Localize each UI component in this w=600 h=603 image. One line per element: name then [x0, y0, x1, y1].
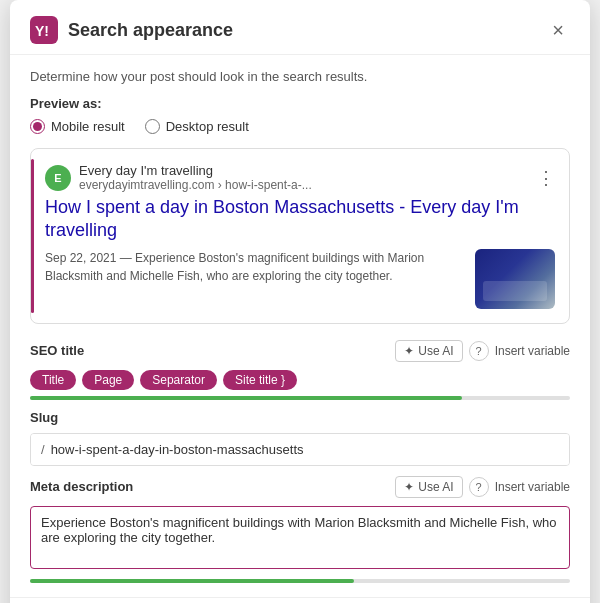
- modal-header-left: Y! Search appearance: [30, 16, 233, 44]
- tag-page[interactable]: Page: [82, 370, 134, 390]
- preview-content-row: Sep 22, 2021 — Experience Boston's magni…: [45, 249, 555, 309]
- meta-info-icon[interactable]: ?: [469, 477, 489, 497]
- desktop-result-option[interactable]: Desktop result: [145, 119, 249, 134]
- preview-title: How I spent a day in Boston Massachusett…: [45, 196, 555, 243]
- meta-description-label: Meta description: [30, 479, 133, 494]
- preview-card: E Every day I'm travelling everydayimtra…: [30, 148, 570, 324]
- slug-label: Slug: [30, 410, 58, 425]
- close-button[interactable]: ×: [546, 18, 570, 42]
- desktop-result-radio[interactable]: [145, 119, 160, 134]
- site-url: everydayimtravelling.com › how-i-spent-a…: [79, 178, 312, 192]
- seo-title-section: SEO title ✦ Use AI ? Insert variable Tit…: [30, 340, 570, 400]
- preview-left-accent: [31, 159, 34, 313]
- tag-title[interactable]: Title: [30, 370, 76, 390]
- yoast-icon: Y!: [30, 16, 58, 44]
- site-name: Every day I'm travelling: [79, 163, 312, 178]
- subtitle: Determine how your post should look in t…: [30, 69, 570, 84]
- preview-site-info: E Every day I'm travelling everydayimtra…: [45, 163, 312, 192]
- seo-title-actions: ✦ Use AI ? Insert variable: [395, 340, 570, 362]
- meta-description-actions: ✦ Use AI ? Insert variable: [395, 476, 570, 498]
- slug-input-row: /: [30, 433, 570, 466]
- preview-thumbnail: [475, 249, 555, 309]
- slug-row: Slug: [30, 410, 570, 425]
- slug-input[interactable]: [51, 434, 569, 465]
- seo-title-label: SEO title: [30, 343, 84, 358]
- search-appearance-modal: Y! Search appearance × Determine how you…: [10, 0, 590, 603]
- meta-use-ai-button[interactable]: ✦ Use AI: [395, 476, 462, 498]
- mobile-result-radio[interactable]: [30, 119, 45, 134]
- mobile-result-option[interactable]: Mobile result: [30, 119, 125, 134]
- site-favicon: E: [45, 165, 71, 191]
- preview-site-row: E Every day I'm travelling everydayimtra…: [45, 163, 555, 192]
- tag-site-title[interactable]: Site title }: [223, 370, 297, 390]
- seo-title-progress-fill: [30, 396, 462, 400]
- three-dots-icon[interactable]: ⋮: [537, 167, 555, 189]
- meta-description-row: Meta description ✦ Use AI ? Insert varia…: [30, 476, 570, 498]
- meta-description-progress-fill: [30, 579, 354, 583]
- desktop-result-label: Desktop result: [166, 119, 249, 134]
- seo-title-info-icon[interactable]: ?: [469, 341, 489, 361]
- meta-description-textarea[interactable]: Experience Boston's magnificent building…: [30, 506, 570, 569]
- meta-ai-stars-icon: ✦: [404, 480, 414, 494]
- modal-title: Search appearance: [68, 20, 233, 41]
- slug-prefix: /: [31, 434, 51, 465]
- seo-title-use-ai-button[interactable]: ✦ Use AI: [395, 340, 462, 362]
- meta-description-progress-bar: [30, 579, 570, 583]
- site-name-url: Every day I'm travelling everydayimtrave…: [79, 163, 312, 192]
- preview-as-label: Preview as:: [30, 96, 570, 111]
- preview-description: Sep 22, 2021 — Experience Boston's magni…: [45, 249, 465, 285]
- meta-insert-variable-button[interactable]: Insert variable: [495, 477, 570, 497]
- seo-title-tags: Title Page Separator Site title }: [30, 370, 570, 390]
- radio-group: Mobile result Desktop result: [30, 119, 570, 134]
- ai-stars-icon: ✦: [404, 344, 414, 358]
- mobile-result-label: Mobile result: [51, 119, 125, 134]
- slug-section: Slug /: [30, 410, 570, 466]
- svg-text:Y!: Y!: [35, 23, 49, 39]
- modal-header: Y! Search appearance ×: [10, 0, 590, 55]
- modal-body: Determine how your post should look in t…: [10, 55, 590, 583]
- seo-title-progress-bar: [30, 396, 570, 400]
- tag-separator[interactable]: Separator: [140, 370, 217, 390]
- meta-description-section: Meta description ✦ Use AI ? Insert varia…: [30, 476, 570, 583]
- modal-footer: Make sure to save your post for changes …: [10, 597, 590, 603]
- seo-title-row: SEO title ✦ Use AI ? Insert variable: [30, 340, 570, 362]
- seo-title-insert-variable-button[interactable]: Insert variable: [495, 341, 570, 361]
